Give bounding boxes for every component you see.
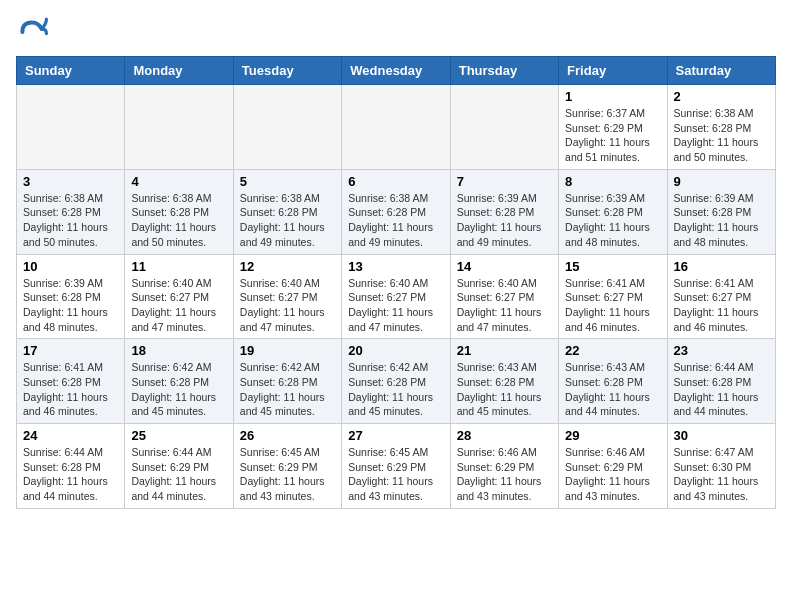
day-info: Sunrise: 6:43 AM Sunset: 6:28 PM Dayligh…	[457, 360, 552, 419]
calendar-cell: 17Sunrise: 6:41 AM Sunset: 6:28 PM Dayli…	[17, 339, 125, 424]
day-info: Sunrise: 6:40 AM Sunset: 6:27 PM Dayligh…	[348, 276, 443, 335]
day-info: Sunrise: 6:42 AM Sunset: 6:28 PM Dayligh…	[131, 360, 226, 419]
calendar-week-row: 1Sunrise: 6:37 AM Sunset: 6:29 PM Daylig…	[17, 85, 776, 170]
day-info: Sunrise: 6:38 AM Sunset: 6:28 PM Dayligh…	[348, 191, 443, 250]
day-info: Sunrise: 6:38 AM Sunset: 6:28 PM Dayligh…	[240, 191, 335, 250]
calendar-week-row: 3Sunrise: 6:38 AM Sunset: 6:28 PM Daylig…	[17, 169, 776, 254]
calendar-cell: 14Sunrise: 6:40 AM Sunset: 6:27 PM Dayli…	[450, 254, 558, 339]
day-info: Sunrise: 6:40 AM Sunset: 6:27 PM Dayligh…	[131, 276, 226, 335]
calendar-cell: 27Sunrise: 6:45 AM Sunset: 6:29 PM Dayli…	[342, 424, 450, 509]
day-number: 3	[23, 174, 118, 189]
day-number: 30	[674, 428, 769, 443]
calendar-cell: 19Sunrise: 6:42 AM Sunset: 6:28 PM Dayli…	[233, 339, 341, 424]
col-header-wednesday: Wednesday	[342, 57, 450, 85]
day-info: Sunrise: 6:44 AM Sunset: 6:29 PM Dayligh…	[131, 445, 226, 504]
calendar-cell: 1Sunrise: 6:37 AM Sunset: 6:29 PM Daylig…	[559, 85, 667, 170]
calendar-cell: 18Sunrise: 6:42 AM Sunset: 6:28 PM Dayli…	[125, 339, 233, 424]
day-number: 14	[457, 259, 552, 274]
calendar-cell: 2Sunrise: 6:38 AM Sunset: 6:28 PM Daylig…	[667, 85, 775, 170]
calendar-cell: 3Sunrise: 6:38 AM Sunset: 6:28 PM Daylig…	[17, 169, 125, 254]
day-number: 6	[348, 174, 443, 189]
day-number: 11	[131, 259, 226, 274]
calendar-header-row: SundayMondayTuesdayWednesdayThursdayFrid…	[17, 57, 776, 85]
day-number: 9	[674, 174, 769, 189]
day-number: 1	[565, 89, 660, 104]
day-info: Sunrise: 6:37 AM Sunset: 6:29 PM Dayligh…	[565, 106, 660, 165]
day-number: 13	[348, 259, 443, 274]
day-info: Sunrise: 6:39 AM Sunset: 6:28 PM Dayligh…	[23, 276, 118, 335]
day-info: Sunrise: 6:41 AM Sunset: 6:27 PM Dayligh…	[565, 276, 660, 335]
day-info: Sunrise: 6:42 AM Sunset: 6:28 PM Dayligh…	[348, 360, 443, 419]
day-info: Sunrise: 6:45 AM Sunset: 6:29 PM Dayligh…	[348, 445, 443, 504]
day-number: 4	[131, 174, 226, 189]
day-info: Sunrise: 6:38 AM Sunset: 6:28 PM Dayligh…	[131, 191, 226, 250]
day-number: 20	[348, 343, 443, 358]
day-number: 17	[23, 343, 118, 358]
day-number: 19	[240, 343, 335, 358]
calendar-cell: 21Sunrise: 6:43 AM Sunset: 6:28 PM Dayli…	[450, 339, 558, 424]
calendar-cell: 11Sunrise: 6:40 AM Sunset: 6:27 PM Dayli…	[125, 254, 233, 339]
col-header-saturday: Saturday	[667, 57, 775, 85]
calendar-cell: 16Sunrise: 6:41 AM Sunset: 6:27 PM Dayli…	[667, 254, 775, 339]
calendar-cell	[233, 85, 341, 170]
calendar-week-row: 10Sunrise: 6:39 AM Sunset: 6:28 PM Dayli…	[17, 254, 776, 339]
calendar-body: 1Sunrise: 6:37 AM Sunset: 6:29 PM Daylig…	[17, 85, 776, 509]
logo-icon	[16, 16, 48, 48]
calendar-cell: 7Sunrise: 6:39 AM Sunset: 6:28 PM Daylig…	[450, 169, 558, 254]
day-number: 22	[565, 343, 660, 358]
calendar-cell: 4Sunrise: 6:38 AM Sunset: 6:28 PM Daylig…	[125, 169, 233, 254]
calendar-cell	[342, 85, 450, 170]
calendar-cell	[125, 85, 233, 170]
col-header-friday: Friday	[559, 57, 667, 85]
day-info: Sunrise: 6:39 AM Sunset: 6:28 PM Dayligh…	[674, 191, 769, 250]
page-header	[16, 16, 776, 48]
day-number: 12	[240, 259, 335, 274]
calendar-cell: 26Sunrise: 6:45 AM Sunset: 6:29 PM Dayli…	[233, 424, 341, 509]
day-info: Sunrise: 6:39 AM Sunset: 6:28 PM Dayligh…	[457, 191, 552, 250]
calendar-week-row: 24Sunrise: 6:44 AM Sunset: 6:28 PM Dayli…	[17, 424, 776, 509]
calendar-cell: 12Sunrise: 6:40 AM Sunset: 6:27 PM Dayli…	[233, 254, 341, 339]
day-number: 26	[240, 428, 335, 443]
day-info: Sunrise: 6:40 AM Sunset: 6:27 PM Dayligh…	[240, 276, 335, 335]
day-number: 24	[23, 428, 118, 443]
day-info: Sunrise: 6:43 AM Sunset: 6:28 PM Dayligh…	[565, 360, 660, 419]
day-number: 28	[457, 428, 552, 443]
day-number: 21	[457, 343, 552, 358]
day-info: Sunrise: 6:41 AM Sunset: 6:28 PM Dayligh…	[23, 360, 118, 419]
col-header-tuesday: Tuesday	[233, 57, 341, 85]
day-info: Sunrise: 6:42 AM Sunset: 6:28 PM Dayligh…	[240, 360, 335, 419]
calendar-cell: 29Sunrise: 6:46 AM Sunset: 6:29 PM Dayli…	[559, 424, 667, 509]
calendar-cell: 15Sunrise: 6:41 AM Sunset: 6:27 PM Dayli…	[559, 254, 667, 339]
day-info: Sunrise: 6:45 AM Sunset: 6:29 PM Dayligh…	[240, 445, 335, 504]
calendar-cell: 22Sunrise: 6:43 AM Sunset: 6:28 PM Dayli…	[559, 339, 667, 424]
day-info: Sunrise: 6:39 AM Sunset: 6:28 PM Dayligh…	[565, 191, 660, 250]
day-number: 15	[565, 259, 660, 274]
day-info: Sunrise: 6:46 AM Sunset: 6:29 PM Dayligh…	[457, 445, 552, 504]
calendar-cell: 13Sunrise: 6:40 AM Sunset: 6:27 PM Dayli…	[342, 254, 450, 339]
calendar-cell	[450, 85, 558, 170]
calendar-cell: 24Sunrise: 6:44 AM Sunset: 6:28 PM Dayli…	[17, 424, 125, 509]
day-number: 2	[674, 89, 769, 104]
logo	[16, 16, 52, 48]
col-header-sunday: Sunday	[17, 57, 125, 85]
col-header-monday: Monday	[125, 57, 233, 85]
calendar-cell: 8Sunrise: 6:39 AM Sunset: 6:28 PM Daylig…	[559, 169, 667, 254]
calendar-cell: 6Sunrise: 6:38 AM Sunset: 6:28 PM Daylig…	[342, 169, 450, 254]
day-number: 5	[240, 174, 335, 189]
day-number: 23	[674, 343, 769, 358]
day-number: 29	[565, 428, 660, 443]
day-number: 27	[348, 428, 443, 443]
day-info: Sunrise: 6:41 AM Sunset: 6:27 PM Dayligh…	[674, 276, 769, 335]
day-info: Sunrise: 6:44 AM Sunset: 6:28 PM Dayligh…	[23, 445, 118, 504]
calendar-cell: 28Sunrise: 6:46 AM Sunset: 6:29 PM Dayli…	[450, 424, 558, 509]
day-info: Sunrise: 6:38 AM Sunset: 6:28 PM Dayligh…	[23, 191, 118, 250]
day-number: 8	[565, 174, 660, 189]
day-number: 18	[131, 343, 226, 358]
calendar-cell: 10Sunrise: 6:39 AM Sunset: 6:28 PM Dayli…	[17, 254, 125, 339]
col-header-thursday: Thursday	[450, 57, 558, 85]
calendar-cell: 25Sunrise: 6:44 AM Sunset: 6:29 PM Dayli…	[125, 424, 233, 509]
calendar-week-row: 17Sunrise: 6:41 AM Sunset: 6:28 PM Dayli…	[17, 339, 776, 424]
day-info: Sunrise: 6:47 AM Sunset: 6:30 PM Dayligh…	[674, 445, 769, 504]
day-info: Sunrise: 6:38 AM Sunset: 6:28 PM Dayligh…	[674, 106, 769, 165]
day-number: 16	[674, 259, 769, 274]
